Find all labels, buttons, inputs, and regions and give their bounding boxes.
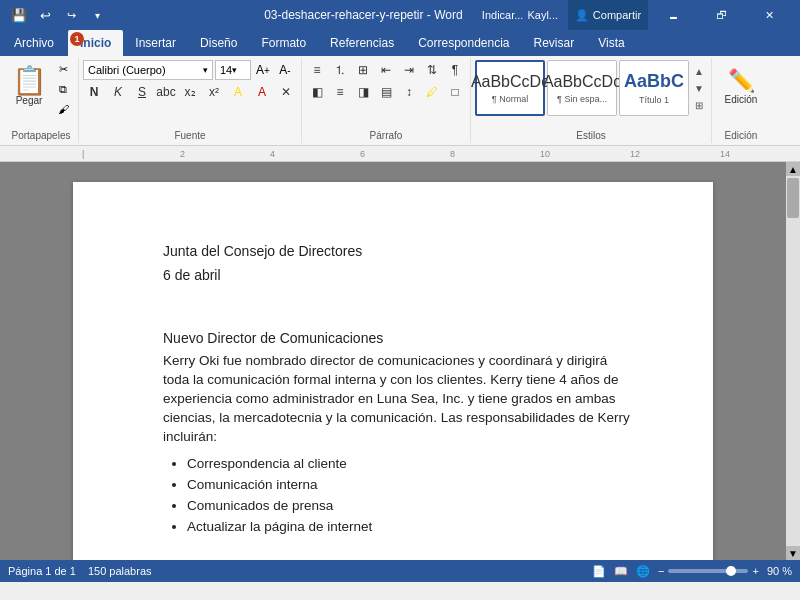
decrease-font-button[interactable]: A- [275,60,295,80]
tab-revisar[interactable]: Revisar [522,30,587,56]
minimize-button[interactable]: 🗕 [650,0,696,30]
list-item: Comunicación interna [187,476,633,495]
font-name-dropdown[interactable]: Calibri (Cuerpo) ▾ [83,60,213,80]
styles-expand[interactable]: ⊞ [691,97,707,113]
para-row1: ≡ ⒈ ⊞ ⇤ ⇥ ⇅ ¶ [306,60,466,80]
show-marks-button[interactable]: ¶ [444,60,466,80]
increase-font-button[interactable]: A+ [253,60,273,80]
share-button[interactable]: 👤 Compartir [568,0,648,30]
decrease-indent-button[interactable]: ⇤ [375,60,397,80]
superscript-button[interactable]: x² [203,82,225,102]
restore-button[interactable]: 🗗 [698,0,744,30]
style-title1[interactable]: AaBbC Título 1 [619,60,689,116]
zoom-thumb[interactable] [726,566,736,576]
indicate-label: Indicar... [482,9,524,21]
shading-button[interactable]: 🖊 [421,82,443,102]
portapapeles-label: Portapapeles [12,130,71,141]
tab-insertar[interactable]: Insertar [123,30,188,56]
subscript-button[interactable]: x₂ [179,82,201,102]
numbering-button[interactable]: ⒈ [329,60,351,80]
underline-button[interactable]: S [131,82,153,102]
zoom-slider[interactable] [668,569,748,573]
line-spacing-button[interactable]: ↕ [398,82,420,102]
user-label: Kayl... [527,9,558,21]
scroll-up-arrow[interactable]: ▲ [786,162,800,176]
bold-button[interactable]: N [83,82,105,102]
bullets-button[interactable]: ≡ [306,60,328,80]
strikethrough-button[interactable]: abc [155,82,177,102]
font-name-dropdown-arrow: ▾ [203,65,208,75]
italic-button[interactable]: K [107,82,129,102]
highlight-button[interactable]: A [227,82,249,102]
tab-inicio[interactable]: Inicio 1 [68,30,123,56]
group-portapapeles: 📋 Pegar ✂ ⧉ 🖌 Portapapeles [4,58,79,143]
read-icon[interactable]: 📖 [614,565,628,578]
list-item: Actualizar la página de internet [187,518,633,537]
undo-button[interactable]: ↩ [34,4,56,26]
document-area: Junta del Consejo de Directores 6 de abr… [0,162,800,560]
doc-list: Correspondencia al cliente Comunicación … [187,455,633,537]
style-normal-preview: AaBbCcDc [471,72,549,91]
clear-format-button[interactable]: ✕ [275,82,297,102]
style-normal[interactable]: AaBbCcDc ¶ Normal [475,60,545,116]
sort-button[interactable]: ⇅ [421,60,443,80]
font-size-dropdown-arrow: ▾ [232,65,237,75]
group-parrafo: ≡ ⒈ ⊞ ⇤ ⇥ ⇅ ¶ ◧ ≡ ◨ ▤ ↕ 🖊 □ Párrafo [302,58,471,143]
edition-label: Edición [725,94,758,105]
increase-indent-button[interactable]: ⇥ [398,60,420,80]
close-button[interactable]: ✕ [746,0,792,30]
doc-date: 6 de abril [163,266,633,286]
zoom-in-button[interactable]: + [752,565,758,577]
edition-button[interactable]: ✏️ Edición [716,60,766,112]
multilevel-button[interactable]: ⊞ [352,60,374,80]
inicio-badge: 1 [70,32,84,46]
person-icon: 👤 [575,9,589,22]
zoom-percent: 90 % [767,565,792,577]
paste-button[interactable]: 📋 Pegar [8,60,50,112]
scroll-down-arrow[interactable]: ▼ [786,546,800,560]
align-right-button[interactable]: ◨ [352,82,374,102]
border-button[interactable]: □ [444,82,466,102]
styles-scroll-down[interactable]: ▼ [691,80,707,96]
justify-button[interactable]: ▤ [375,82,397,102]
layout-icon[interactable]: 📄 [592,565,606,578]
zoom-out-button[interactable]: − [658,565,664,577]
ribbon-tabs: Archivo Inicio 1 Insertar Diseño Formato… [0,30,800,56]
style-no-space[interactable]: AaBbCcDc ¶ Sin espa... [547,60,617,116]
parrafo-label: Párrafo [370,130,403,141]
fuente-content: Calibri (Cuerpo) ▾ 14 ▾ A+ A- N K S abc … [83,60,297,116]
redo-button[interactable]: ↪ [60,4,82,26]
tab-vista[interactable]: Vista [586,30,636,56]
align-left-button[interactable]: ◧ [306,82,328,102]
font-row1: Calibri (Cuerpo) ▾ 14 ▾ A+ A- [83,60,297,80]
tab-formato[interactable]: Formato [249,30,318,56]
more-button[interactable]: ▾ [86,4,108,26]
cut-button[interactable]: ✂ [52,60,74,78]
web-icon[interactable]: 🌐 [636,565,650,578]
status-right: 📄 📖 🌐 − + 90 % [592,565,792,578]
style-normal-name: ¶ Normal [492,94,528,104]
tab-correspondencia[interactable]: Correspondencia [406,30,521,56]
font-size-dropdown[interactable]: 14 ▾ [215,60,251,80]
edition-icon: ✏️ [728,68,755,94]
tab-archivo[interactable]: Archivo [0,30,68,56]
window-title: 03-deshacer-rehacer-y-repetir - Word [245,8,482,22]
style-title1-preview: AaBbC [624,71,684,93]
vertical-scrollbar[interactable]: ▲ ▼ [786,162,800,560]
styles-scroll-up[interactable]: ▲ [691,63,707,79]
tab-referencias[interactable]: Referencias [318,30,406,56]
format-painter-button[interactable]: 🖌 [52,100,74,118]
tab-diseno[interactable]: Diseño [188,30,249,56]
list-item: Comunicados de prensa [187,497,633,516]
align-center-button[interactable]: ≡ [329,82,351,102]
document-scroll[interactable]: Junta del Consejo de Directores 6 de abr… [0,162,786,560]
title-bar: 💾 ↩ ↪ ▾ 03-deshacer-rehacer-y-repetir - … [0,0,800,30]
save-button[interactable]: 💾 [8,4,30,26]
document-page: Junta del Consejo de Directores 6 de abr… [73,182,713,560]
list-item: Correspondencia al cliente [187,455,633,474]
font-color-button[interactable]: A [251,82,273,102]
word-count: 150 palabras [88,565,152,577]
copy-button[interactable]: ⧉ [52,80,74,98]
clipboard-small-btns: ✂ ⧉ 🖌 [52,60,74,118]
scroll-thumb[interactable] [787,178,799,218]
